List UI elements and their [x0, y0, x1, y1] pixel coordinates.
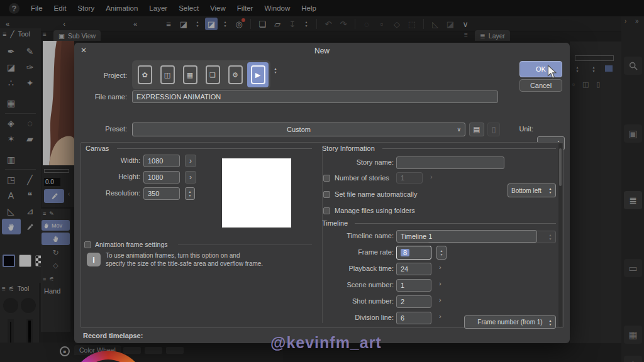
division-line-label: Division line: — [325, 314, 394, 321]
height-input[interactable]: 1080 — [143, 171, 180, 184]
dialog-scrollbar[interactable] — [558, 143, 562, 327]
animation-frame-line — [178, 244, 312, 245]
auto-file-name-checkbox[interactable] — [323, 191, 330, 198]
number-of-stories-value: 1 — [401, 174, 404, 182]
auto-file-name-stepper[interactable] — [545, 233, 555, 241]
dialog-title: New — [74, 47, 570, 55]
number-of-stories-input[interactable]: 1 — [396, 172, 423, 184]
number-of-stories-checkbox[interactable] — [323, 175, 330, 182]
project-print-button[interactable]: ⚙ — [225, 62, 246, 87]
width-value: 1080 — [148, 157, 163, 165]
width-input[interactable]: 1080 — [143, 155, 180, 167]
preset-dropdown[interactable]: Custom ∨ — [132, 123, 465, 136]
project-animation-button[interactable]: ▶ — [247, 62, 269, 87]
timeline-group-title: Timeline — [322, 219, 348, 227]
frame-rate-value: 8 — [401, 249, 409, 256]
animation-icon: ▶ — [255, 71, 260, 79]
cancel-button-label: Cancel — [530, 82, 552, 89]
frame-rate-label: Frame rate: — [325, 248, 394, 256]
project-illustration-button[interactable]: ✿ — [134, 62, 155, 87]
scene-number-input[interactable]: 1 — [396, 279, 431, 292]
number-of-stories-label: Number of stories — [335, 174, 389, 182]
chevron-down-icon: ∨ — [457, 126, 461, 133]
shot-number-value: 2 — [401, 298, 404, 305]
frame-rate-input[interactable]: 8 — [396, 246, 431, 260]
playback-time-label: Playback time: — [325, 265, 394, 272]
save-preset-button[interactable]: ▤ — [469, 123, 484, 136]
story-position-dropdown[interactable]: Bottom left — [508, 184, 556, 197]
division-line-input[interactable]: 6 — [396, 312, 431, 324]
playback-time-value: 24 — [401, 265, 408, 273]
timeline-group-line — [355, 223, 556, 224]
cancel-button[interactable]: Cancel — [519, 79, 562, 92]
new-dialog: ✕ New Project: ✿ ◫ ▦ ❏ ⚙ ▶ File name: EX… — [74, 43, 570, 343]
height-expand-button[interactable]: › — [185, 171, 196, 184]
frame-number-value: Frame number (from 1) — [477, 319, 542, 326]
webtoon-icon: ◫ — [164, 71, 170, 79]
division-line-value: 6 — [401, 314, 404, 322]
story-name-label: Story name: — [325, 158, 394, 166]
story-position-stepper[interactable] — [545, 187, 555, 194]
print-settings-icon: ⚙ — [232, 71, 238, 79]
shot-number-input[interactable]: 2 — [396, 295, 431, 308]
ok-button-label: OK — [536, 65, 546, 73]
project-fanzine-button[interactable]: ❏ — [202, 62, 223, 87]
timeline-name-input[interactable]: Timeline 1 — [396, 230, 537, 243]
frame-number-dropdown[interactable]: Frame number (from 1) — [464, 315, 556, 329]
canvas-group-title: Canvas — [86, 145, 109, 152]
unit-label: Unit: — [491, 125, 533, 133]
story-position-value: Bottom left — [511, 187, 541, 194]
timeline-name-value: Timeline 1 — [401, 233, 432, 240]
project-webtoon-button[interactable]: ◫ — [157, 62, 178, 87]
story-name-input[interactable] — [396, 156, 504, 169]
chevron-right-icon: › — [439, 263, 441, 271]
shot-number-label: Shot number: — [325, 297, 394, 305]
chevron-right-icon: › — [189, 156, 192, 165]
file-name-label: File name: — [82, 93, 127, 101]
chevron-right-icon: › — [189, 173, 192, 182]
chevron-right-icon: › — [430, 173, 433, 180]
project-comic-button[interactable]: ▦ — [179, 62, 201, 87]
story-group-line — [382, 148, 556, 149]
chevron-right-icon: › — [439, 280, 441, 287]
save-preset-icon: ▤ — [473, 125, 480, 134]
canvas-preview — [222, 158, 291, 228]
project-type-group: ✿ ◫ ▦ ❏ ⚙ ▶ — [132, 60, 270, 89]
auto-file-name-label: Set file name automatically — [335, 190, 417, 198]
comic-icon: ▦ — [187, 71, 193, 79]
timeline-name-label: Timeline name: — [325, 232, 394, 239]
height-label: Height: — [93, 173, 140, 180]
height-value: 1080 — [148, 173, 163, 181]
manage-folders-label: Manage files using folders — [335, 207, 415, 214]
info-icon: i — [87, 253, 101, 266]
playback-time-input[interactable]: 24 — [396, 263, 431, 275]
fanzine-icon: ❏ — [209, 71, 216, 79]
info-text-line1: To use animation frames, turn this optio… — [106, 251, 263, 260]
preset-label: Preset: — [82, 125, 127, 133]
app-window: ? File Edit Story Animation Layer Select… — [0, 0, 644, 362]
resolution-stepper[interactable] — [185, 187, 195, 200]
file-name-value: EXPRESSION ANIMATION — [136, 93, 221, 101]
chevron-right-icon: › — [439, 296, 441, 304]
width-label: Width: — [93, 156, 140, 164]
manage-folders-checkbox[interactable] — [323, 207, 330, 214]
width-expand-button[interactable]: › — [185, 155, 196, 167]
animation-frame-label: Animation frame settings — [95, 241, 168, 248]
project-type-stepper[interactable] — [270, 67, 280, 74]
watermark: @kevinfm_art — [270, 334, 382, 352]
canvas-group-line — [117, 148, 312, 149]
resolution-input[interactable]: 350 — [143, 187, 180, 200]
scene-number-value: 1 — [401, 282, 404, 289]
mouse-cursor — [547, 65, 557, 79]
illustration-icon: ✿ — [142, 71, 147, 79]
project-label: Project: — [82, 72, 127, 79]
resolution-label: Resolution: — [93, 189, 140, 197]
preset-value: Custom — [287, 126, 311, 133]
file-name-input[interactable]: EXPRESSION ANIMATION — [132, 90, 498, 103]
resolution-value: 350 — [148, 190, 159, 197]
story-group-title: Story Information — [322, 145, 375, 152]
frame-number-stepper[interactable] — [545, 319, 555, 326]
frame-rate-stepper[interactable] — [436, 246, 447, 260]
column-divider — [322, 147, 323, 323]
animation-frame-checkbox[interactable] — [84, 241, 91, 248]
